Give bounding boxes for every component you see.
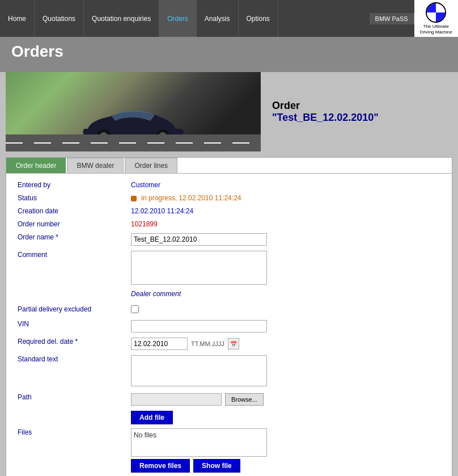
tab-bar: Order header BMW dealer Order lines xyxy=(6,158,452,174)
files-buttons: Remove files Show file xyxy=(131,459,440,473)
bmw-circle-icon xyxy=(426,2,446,23)
add-file-row: Add file xyxy=(18,409,440,424)
browse-button[interactable]: Browse... xyxy=(225,393,264,406)
remove-files-button[interactable]: Remove files xyxy=(131,459,190,473)
order-name-input[interactable] xyxy=(131,233,267,246)
files-label: Files xyxy=(18,427,131,436)
partial-delivery-row: Partial delivery excluded xyxy=(18,304,440,315)
path-input[interactable] xyxy=(131,393,222,406)
nav-quotation-enquiries[interactable]: Quotation enquiries xyxy=(84,0,159,37)
date-hint: TT.MM.JJJJ xyxy=(191,340,224,347)
page-title: Orders xyxy=(11,43,447,61)
required-del-row: Required del. date * TT.MM.JJJJ 📅 xyxy=(18,336,440,350)
tab-order-header[interactable]: Order header xyxy=(6,158,66,173)
date-area: TT.MM.JJJJ 📅 xyxy=(131,338,440,350)
main-content: Order "Test_BE_12.02.2010" Order header … xyxy=(0,72,458,476)
tab-order-lines[interactable]: Order lines xyxy=(125,158,177,173)
nav-analysis[interactable]: Analysis xyxy=(197,0,239,37)
creation-date-label: Creation date xyxy=(18,205,131,215)
partial-delivery-field-wrapper xyxy=(131,304,440,315)
calendar-icon[interactable]: 📅 xyxy=(228,338,239,349)
nav-orders[interactable]: Orders xyxy=(159,0,197,37)
navigation: Home Quotations Quotation enquiries Orde… xyxy=(0,0,458,37)
required-del-field-wrapper: TT.MM.JJJJ 📅 xyxy=(131,336,440,350)
order-name-row: Order name * xyxy=(18,231,440,246)
entered-by-row: Entered by Customer xyxy=(18,179,440,189)
order-label: Order xyxy=(272,100,452,112)
show-file-button[interactable]: Show file xyxy=(193,459,240,473)
form-container: Order header BMW dealer Order lines Ente… xyxy=(6,157,452,476)
form-body: Entered by Customer Status in progress, … xyxy=(6,174,452,476)
vin-label: VIN xyxy=(18,318,131,328)
files-field-wrapper: No files Remove files Show file xyxy=(131,427,440,473)
order-name-field-wrapper xyxy=(131,231,440,246)
bmw-tagline: The Ultimate Driving Machine xyxy=(420,24,452,35)
status-label: Status xyxy=(18,192,131,202)
path-area: Browse... xyxy=(131,393,440,406)
partial-delivery-checkbox[interactable] xyxy=(131,305,139,313)
dealer-comment-spacer xyxy=(18,290,131,292)
creation-date-row: Creation date 12.02.2010 11:24:24 xyxy=(18,205,440,215)
nav-right: BMW PaSS The Ultimate Driving Machine xyxy=(370,0,458,37)
comment-input[interactable] xyxy=(131,251,267,285)
tab-bmw-dealer[interactable]: BMW dealer xyxy=(67,158,124,173)
nav-home[interactable]: Home xyxy=(0,0,35,37)
no-files-text: No files xyxy=(134,431,156,439)
comment-row: Comment xyxy=(18,249,440,287)
partial-delivery-label: Partial delivery excluded xyxy=(18,304,131,313)
path-row: Path Browse... xyxy=(18,391,440,406)
order-number-label: Order number xyxy=(18,218,131,228)
required-del-label: Required del. date * xyxy=(18,336,131,346)
entered-by-label: Entered by xyxy=(18,179,131,189)
order-number-value: 1021899 xyxy=(131,218,440,228)
vin-row: VIN xyxy=(18,318,440,332)
add-file-wrapper: Add file xyxy=(131,409,440,424)
path-field-wrapper: Browse... xyxy=(131,391,440,406)
road-icon xyxy=(6,134,261,151)
order-name: "Test_BE_12.02.2010" xyxy=(272,112,452,124)
bmw-logo: The Ultimate Driving Machine xyxy=(414,0,458,37)
comment-label: Comment xyxy=(18,249,131,259)
dealer-comment-label: Dealer comment xyxy=(131,290,181,298)
creation-date-value: 12.02.2010 11:24:24 xyxy=(131,205,440,215)
dealer-comment-row: Dealer comment xyxy=(18,290,440,300)
nav-options[interactable]: Options xyxy=(239,0,278,37)
bmw-pass-label: BMW PaSS xyxy=(370,13,414,24)
comment-field-wrapper xyxy=(131,249,440,287)
files-row: Files No files Remove files Show file xyxy=(18,427,440,473)
hero-area: Order "Test_BE_12.02.2010" xyxy=(6,72,452,151)
status-value: in progress, 12.02.2010 11:24:24 xyxy=(131,192,440,202)
order-name-label: Order name * xyxy=(18,231,131,241)
status-dot-icon xyxy=(131,196,137,201)
vin-field-wrapper xyxy=(131,318,440,332)
standard-text-row: Standard text xyxy=(18,353,440,388)
standard-text-label: Standard text xyxy=(18,353,131,363)
entered-by-value: Customer xyxy=(131,179,440,189)
files-list: No files xyxy=(131,428,267,457)
nav-quotations[interactable]: Quotations xyxy=(35,0,84,37)
order-label-area: Order "Test_BE_12.02.2010" xyxy=(272,100,452,124)
required-del-input[interactable] xyxy=(131,338,188,350)
standard-text-field-wrapper xyxy=(131,353,440,388)
hero-image xyxy=(6,72,261,151)
status-row: Status in progress, 12.02.2010 11:24:24 xyxy=(18,192,440,202)
order-number-row: Order number 1021899 xyxy=(18,218,440,228)
path-label: Path xyxy=(18,391,131,401)
standard-text-input[interactable] xyxy=(131,355,267,386)
add-file-spacer xyxy=(18,409,131,411)
add-file-button[interactable]: Add file xyxy=(131,411,173,424)
vin-input[interactable] xyxy=(131,320,267,332)
page-header: Orders xyxy=(0,37,458,72)
